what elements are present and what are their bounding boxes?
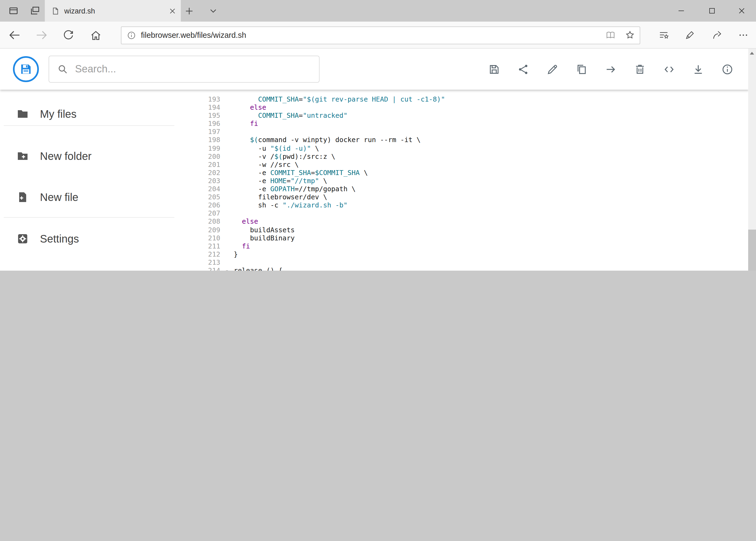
code-line[interactable]: 202 -e COMMIT_SHA=$COMMIT_SHA \: [195, 169, 748, 177]
code-line[interactable]: 214▾release () {: [195, 266, 748, 270]
maximize-icon[interactable]: [697, 0, 727, 22]
line-number: 204: [195, 185, 220, 193]
settings-icon: [16, 232, 29, 245]
forward-icon[interactable]: [32, 26, 51, 44]
line-number: 208: [195, 218, 220, 226]
page-scrollbar[interactable]: [748, 49, 756, 270]
code-line[interactable]: 206 sh -c "./wizard.sh -b": [195, 201, 748, 209]
copy-icon[interactable]: [571, 58, 592, 80]
code-text: $(command -v winpty) docker run --rm -it…: [234, 136, 420, 144]
code-editor[interactable]: 193 COMMIT_SHA="$(git rev-parse HEAD | c…: [195, 90, 748, 270]
sidebar-item-my-files[interactable]: My files: [0, 102, 195, 126]
sidebar-divider: [4, 125, 174, 126]
code-text: COMMIT_SHA="untracked": [234, 111, 348, 119]
code-text: else: [234, 103, 266, 111]
tab-close-icon[interactable]: [169, 8, 175, 14]
sidebar-item-new-folder[interactable]: New folder: [0, 144, 195, 168]
tabs-set-aside-icon[interactable]: [26, 2, 44, 20]
code-line[interactable]: 210 buildBinary: [195, 234, 748, 242]
code-line[interactable]: 200 -v /$(pwd):/src:z \: [195, 152, 748, 160]
browser-tab[interactable]: wizard.sh: [45, 0, 181, 22]
app-logo[interactable]: [13, 56, 39, 82]
info-icon[interactable]: [716, 58, 738, 80]
line-number: 210: [195, 234, 220, 242]
share-icon[interactable]: [512, 58, 534, 80]
search-input[interactable]: [75, 63, 319, 75]
new-tab-icon[interactable]: [180, 2, 198, 20]
sidebar-item-label: New file: [40, 191, 78, 204]
share-icon[interactable]: [708, 26, 726, 44]
page-icon: [51, 7, 59, 15]
code-line[interactable]: 213: [195, 258, 748, 266]
code-text: -v /$(pwd):/src:z \: [234, 152, 335, 160]
hub-icon[interactable]: [654, 26, 672, 44]
code-line[interactable]: 196 fi: [195, 120, 748, 128]
scroll-up-arrow-icon[interactable]: [748, 49, 756, 57]
line-number: 194: [195, 103, 220, 111]
browser-navbar: filebrowser.web/files/wizard.sh: [0, 22, 756, 49]
delete-icon[interactable]: [629, 58, 650, 80]
url-text: filebrowser.web/files/wizard.sh: [141, 31, 246, 39]
code-text: fi: [234, 242, 250, 250]
close-icon[interactable]: [727, 0, 756, 22]
code-line[interactable]: 212}: [195, 250, 748, 258]
search-box[interactable]: [49, 56, 320, 83]
refresh-icon[interactable]: [59, 26, 77, 44]
code-line[interactable]: 209 buildAssets: [195, 226, 748, 234]
minimize-icon[interactable]: [666, 0, 697, 22]
code-line[interactable]: 199 -u "$(id -u)" \: [195, 144, 748, 152]
line-number: 213: [195, 258, 220, 266]
code-line[interactable]: 211 fi: [195, 242, 748, 250]
line-number: 193: [195, 95, 220, 103]
move-icon[interactable]: [600, 58, 621, 80]
code-icon[interactable]: [658, 58, 680, 80]
favorite-star-icon[interactable]: [625, 30, 635, 41]
new-folder-icon: [16, 150, 29, 163]
save-icon[interactable]: [483, 58, 505, 80]
code-line[interactable]: 207: [195, 209, 748, 218]
annotate-pen-icon[interactable]: [681, 26, 699, 44]
folder-icon: [16, 108, 29, 121]
rename-icon[interactable]: [541, 58, 563, 80]
sidebar-item-new-file[interactable]: New file: [0, 185, 195, 209]
tab-preview-chevron-icon[interactable]: [204, 2, 222, 20]
code-line[interactable]: 208 else: [195, 218, 748, 226]
reading-view-icon[interactable]: [605, 30, 616, 41]
line-number: 200: [195, 152, 220, 160]
code-line[interactable]: 193 COMMIT_SHA="$(git rev-parse HEAD | c…: [195, 95, 748, 103]
line-number: 195: [195, 111, 220, 119]
line-number: 198: [195, 136, 220, 144]
search-icon: [57, 63, 69, 75]
more-options-icon[interactable]: [734, 26, 752, 44]
tab-strip: wizard.sh: [0, 0, 756, 22]
scrollbar-thumb[interactable]: [748, 230, 756, 270]
code-text: else: [234, 218, 258, 226]
code-line[interactable]: 198 $(command -v winpty) docker run --rm…: [195, 136, 748, 144]
code-text: buildAssets: [234, 226, 295, 234]
code-line[interactable]: 204 -e GOPATH=//tmp/gopath \: [195, 185, 748, 193]
back-icon[interactable]: [5, 26, 24, 44]
fold-marker-icon[interactable]: ▾: [220, 267, 234, 270]
line-number: 199: [195, 144, 220, 152]
file-toolbar: [483, 58, 738, 80]
new-file-icon: [16, 191, 29, 204]
code-line[interactable]: 205 filebrowser/dev \: [195, 193, 748, 201]
sidebar-item-settings[interactable]: Settings: [0, 227, 195, 251]
code-line[interactable]: 201 -w //src \: [195, 161, 748, 169]
set-tabs-aside-icon[interactable]: [4, 2, 23, 20]
code-line[interactable]: 203 -e HOME="//tmp" \: [195, 177, 748, 185]
code-text: filebrowser/dev \: [234, 193, 327, 201]
home-icon[interactable]: [86, 26, 105, 44]
code-line[interactable]: 195 COMMIT_SHA="untracked": [195, 111, 748, 119]
sidebar-item-label: My files: [40, 108, 77, 120]
address-bar[interactable]: filebrowser.web/files/wizard.sh: [121, 26, 640, 44]
site-info-icon[interactable]: [122, 31, 141, 40]
sidebar-item-logout[interactable]: Logout: [0, 269, 195, 270]
code-line[interactable]: 197: [195, 128, 748, 136]
sidebar-item-label: New folder: [40, 150, 92, 162]
code-line[interactable]: 194 else: [195, 103, 748, 111]
line-number: 196: [195, 120, 220, 128]
code-text: -u "$(id -u)" \: [234, 144, 319, 152]
code-text: -w //src \: [234, 161, 299, 169]
download-icon[interactable]: [687, 58, 709, 80]
